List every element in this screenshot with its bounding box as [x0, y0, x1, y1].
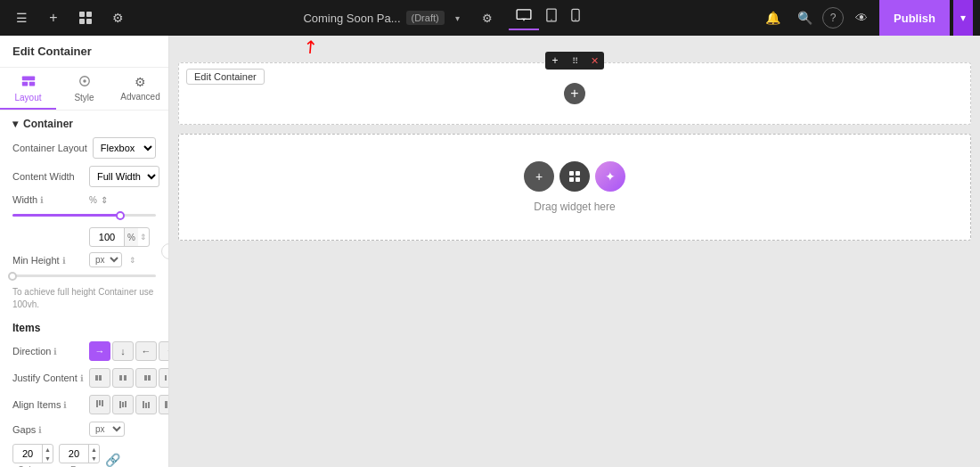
svg-rect-4 [517, 10, 531, 20]
gap-link-icon[interactable]: 🔗 [105, 444, 120, 467]
min-height-slider-thumb[interactable] [8, 272, 17, 281]
content-width-select[interactable]: Full Width Boxed [89, 166, 159, 187]
justify-start-btn[interactable] [89, 368, 110, 388]
min-height-unit-select[interactable]: px vh [89, 252, 122, 267]
add-element-icon[interactable]: + [39, 4, 68, 32]
direction-col-up-btn[interactable]: ↑ [159, 341, 169, 361]
svg-rect-39 [145, 403, 147, 408]
top-container-block[interactable]: Edit Container + [178, 62, 971, 125]
justify-end-btn[interactable] [135, 368, 157, 388]
tab-style[interactable]: Style [56, 68, 112, 110]
publish-button[interactable]: Publish [879, 0, 950, 36]
gaps-label: Gaps ℹ [12, 424, 84, 435]
gap-row-down-btn[interactable]: ▼ [89, 454, 99, 463]
layout-tab-icon [21, 75, 36, 90]
width-slider-thumb[interactable] [116, 211, 125, 220]
width-input[interactable] [90, 232, 124, 242]
svg-rect-22 [148, 375, 151, 381]
desktop-view-btn[interactable] [509, 5, 539, 30]
svg-rect-13 [29, 82, 34, 86]
svg-rect-19 [119, 375, 122, 381]
canvas-area: + ⠿ ✕ Edit Container + ↗ + ✦ [169, 36, 980, 467]
align-start-btn[interactable] [89, 395, 110, 414]
drag-widget-text: Drag widget here [534, 201, 615, 213]
justify-content-row: Justify Content ℹ [0, 365, 168, 391]
align-stretch-btn[interactable] [159, 395, 169, 414]
preview-icon[interactable]: 👁 [847, 4, 876, 32]
content-width-label: Content Width [12, 171, 84, 182]
gap-column-arrows: ▲ ▼ [42, 445, 53, 463]
justify-space-between-btn[interactable] [159, 368, 169, 388]
drag-add-btn[interactable]: + [524, 161, 554, 192]
notifications-icon[interactable]: 🔔 [758, 4, 787, 32]
direction-buttons-group: → ↓ ← ↑ [89, 341, 169, 361]
direction-row-btn[interactable]: → [89, 341, 110, 361]
min-height-info-icon: ℹ [62, 256, 66, 266]
svg-rect-1 [86, 12, 92, 17]
bottom-container-block[interactable]: + ✦ Drag widget here [178, 134, 971, 241]
content-width-row: Content Width Full Width Boxed [0, 162, 168, 191]
svg-rect-45 [576, 171, 580, 176]
search-icon[interactable]: 🔍 [790, 4, 819, 32]
publish-dropdown-btn[interactable]: ▾ [953, 0, 973, 36]
gap-column-input[interactable] [13, 448, 42, 459]
topbar: ☰ + ⚙ Coming Soon Pa... (Draft) ▾ ⚙ 🔔 🔍 [0, 0, 980, 36]
container-layout-select[interactable]: Flexbox Grid [93, 137, 156, 159]
container-section-title: Container [23, 118, 73, 130]
gaps-info-icon: ℹ [38, 425, 42, 435]
width-chevron[interactable]: ⇕ [138, 233, 149, 242]
container-move-btn[interactable]: ⠿ [565, 52, 584, 70]
direction-col-down-btn[interactable]: ↓ [112, 341, 134, 361]
hamburger-menu-icon[interactable]: ☰ [7, 4, 36, 32]
site-settings-icon[interactable]: ⚙ [103, 4, 132, 32]
width-slider-row [0, 209, 168, 224]
tablet-view-btn[interactable] [539, 4, 564, 31]
widgets-icon[interactable] [71, 4, 100, 32]
gap-column-down-btn[interactable]: ▼ [43, 454, 53, 463]
gaps-unit-select[interactable]: px em [89, 422, 125, 437]
drag-star-btn[interactable]: ✦ [595, 161, 625, 192]
min-height-slider-track[interactable] [12, 274, 156, 277]
gap-row-input[interactable] [60, 448, 88, 459]
svg-rect-0 [79, 12, 85, 17]
direction-row-rev-btn[interactable]: ← [135, 341, 157, 361]
page-title-dropdown[interactable]: ▾ [450, 10, 466, 26]
width-slider-fill [12, 214, 120, 217]
svg-rect-36 [122, 402, 124, 407]
tab-layout[interactable]: Layout [0, 68, 56, 110]
width-arrows-icon: ⇕ [101, 195, 108, 205]
help-icon[interactable]: ? [822, 7, 844, 29]
align-items-label: Align Items ℹ [12, 399, 84, 410]
width-slider-track[interactable] [12, 214, 156, 217]
align-end-btn[interactable] [135, 395, 157, 414]
justify-info-icon: ℹ [80, 373, 84, 383]
items-section-header: Items [0, 316, 168, 338]
gap-column-up-btn[interactable]: ▲ [43, 445, 53, 454]
gap-row-up-btn[interactable]: ▲ [89, 445, 99, 454]
justify-center-btn[interactable] [112, 368, 134, 388]
min-height-row: Min Height ℹ px vh ⇕ [0, 250, 168, 269]
canvas-add-center-btn[interactable]: + [564, 83, 585, 104]
svg-rect-44 [569, 171, 574, 176]
mobile-view-btn[interactable] [564, 4, 587, 31]
container-section-header[interactable]: ▾ Container [0, 111, 168, 134]
svg-rect-2 [79, 19, 85, 24]
align-center-btn[interactable] [112, 395, 134, 414]
svg-rect-34 [102, 400, 103, 406]
svg-rect-33 [99, 400, 101, 406]
container-add-section-btn[interactable]: + [545, 52, 565, 70]
svg-rect-23 [165, 375, 167, 381]
svg-rect-21 [144, 375, 147, 381]
svg-rect-41 [165, 401, 167, 408]
min-height-chevron[interactable]: ⇕ [127, 256, 138, 265]
tab-advanced[interactable]: ⚙ Advanced [112, 68, 168, 110]
justify-buttons-group [89, 368, 169, 388]
drag-grid-btn[interactable] [559, 161, 590, 192]
svg-rect-17 [99, 375, 102, 381]
width-controls: % ⇕ [89, 195, 156, 205]
svg-rect-46 [569, 177, 574, 182]
container-delete-btn[interactable]: ✕ [584, 52, 604, 70]
svg-rect-32 [96, 400, 98, 407]
width-input-group: % ⇕ [89, 227, 150, 247]
page-settings-icon[interactable]: ⚙ [473, 4, 502, 32]
